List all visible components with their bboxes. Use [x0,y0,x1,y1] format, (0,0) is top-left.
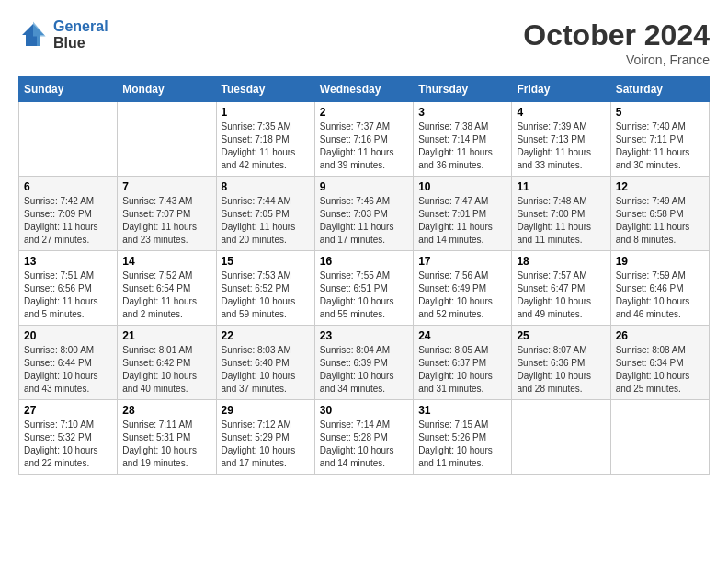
day-number: 17 [418,255,506,268]
day-number: 7 [122,180,210,193]
calendar-cell: 24Sunrise: 8:05 AM Sunset: 6:37 PM Dayli… [414,326,512,400]
calendar-cell: 14Sunrise: 7:52 AM Sunset: 6:54 PM Dayli… [118,251,216,326]
day-number: 30 [320,404,408,417]
day-info: Sunrise: 8:03 AM Sunset: 6:40 PM Dayligh… [222,344,310,396]
calendar-cell: 18Sunrise: 7:57 AM Sunset: 6:47 PM Dayli… [512,251,610,326]
calendar-cell: 10Sunrise: 7:47 AM Sunset: 7:01 PM Dayli… [414,177,512,251]
calendar-cell [19,102,118,177]
day-info: Sunrise: 7:47 AM Sunset: 7:01 PM Dayligh… [418,195,506,247]
calendar-cell: 11Sunrise: 7:48 AM Sunset: 7:00 PM Dayli… [512,177,610,251]
day-number: 16 [320,255,408,268]
day-number: 2 [320,106,408,119]
calendar-cell: 17Sunrise: 7:56 AM Sunset: 6:49 PM Dayli… [414,251,512,326]
weekday-header-tuesday: Tuesday [216,77,314,102]
day-info: Sunrise: 7:15 AM Sunset: 5:26 PM Dayligh… [418,419,506,470]
weekday-header-sunday: Sunday [19,77,118,102]
calendar-cell: 25Sunrise: 8:07 AM Sunset: 6:36 PM Dayli… [512,326,610,400]
day-info: Sunrise: 8:04 AM Sunset: 6:39 PM Dayligh… [320,344,408,396]
day-number: 18 [517,255,605,268]
day-info: Sunrise: 8:00 AM Sunset: 6:44 PM Dayligh… [24,344,112,396]
calendar-cell: 23Sunrise: 8:04 AM Sunset: 6:39 PM Dayli… [314,326,413,400]
day-number: 21 [122,329,210,342]
weekday-header-monday: Monday [118,77,216,102]
page-header: General Blue October 2024 Voiron, France [18,18,710,67]
calendar-cell [610,400,709,475]
day-info: Sunrise: 7:11 AM Sunset: 5:31 PM Dayligh… [122,419,210,470]
weekday-header-wednesday: Wednesday [314,77,413,102]
day-info: Sunrise: 7:14 AM Sunset: 5:28 PM Dayligh… [320,419,408,470]
calendar-cell: 7Sunrise: 7:43 AM Sunset: 7:07 PM Daylig… [118,177,216,251]
calendar-cell: 5Sunrise: 7:40 AM Sunset: 7:11 PM Daylig… [610,102,709,177]
day-number: 20 [24,329,112,342]
calendar-cell: 28Sunrise: 7:11 AM Sunset: 5:31 PM Dayli… [118,400,216,475]
day-number: 15 [222,255,310,268]
title-block: October 2024 Voiron, France [523,18,710,67]
weekday-header-friday: Friday [512,77,610,102]
day-info: Sunrise: 7:56 AM Sunset: 6:49 PM Dayligh… [418,270,506,321]
day-info: Sunrise: 7:46 AM Sunset: 7:03 PM Dayligh… [320,195,408,247]
day-info: Sunrise: 7:51 AM Sunset: 6:56 PM Dayligh… [24,270,112,321]
calendar-cell: 19Sunrise: 7:59 AM Sunset: 6:46 PM Dayli… [610,251,709,326]
calendar-cell: 13Sunrise: 7:51 AM Sunset: 6:56 PM Dayli… [19,251,118,326]
day-info: Sunrise: 7:49 AM Sunset: 6:58 PM Dayligh… [616,195,704,247]
day-number: 13 [24,255,112,268]
calendar-cell: 1Sunrise: 7:35 AM Sunset: 7:18 PM Daylig… [216,102,314,177]
calendar-cell: 12Sunrise: 7:49 AM Sunset: 6:58 PM Dayli… [610,177,709,251]
day-number: 27 [24,404,112,417]
day-number: 10 [418,180,506,193]
day-number: 22 [222,329,310,342]
day-number: 1 [222,106,310,119]
calendar-cell: 15Sunrise: 7:53 AM Sunset: 6:52 PM Dayli… [216,251,314,326]
day-info: Sunrise: 7:44 AM Sunset: 7:05 PM Dayligh… [222,195,310,247]
calendar-cell: 9Sunrise: 7:46 AM Sunset: 7:03 PM Daylig… [314,177,413,251]
calendar-cell: 22Sunrise: 8:03 AM Sunset: 6:40 PM Dayli… [216,326,314,400]
calendar-cell: 27Sunrise: 7:10 AM Sunset: 5:32 PM Dayli… [19,400,118,475]
day-info: Sunrise: 7:53 AM Sunset: 6:52 PM Dayligh… [222,270,310,321]
day-number: 6 [24,180,112,193]
calendar-cell: 8Sunrise: 7:44 AM Sunset: 7:05 PM Daylig… [216,177,314,251]
day-info: Sunrise: 7:55 AM Sunset: 6:51 PM Dayligh… [320,270,408,321]
calendar-cell: 20Sunrise: 8:00 AM Sunset: 6:44 PM Dayli… [19,326,118,400]
day-number: 24 [418,329,506,342]
day-info: Sunrise: 7:10 AM Sunset: 5:32 PM Dayligh… [24,419,112,470]
day-number: 11 [517,180,605,193]
day-info: Sunrise: 7:43 AM Sunset: 7:07 PM Dayligh… [122,195,210,247]
logo-icon [18,20,48,50]
day-info: Sunrise: 7:42 AM Sunset: 7:09 PM Dayligh… [24,195,112,247]
calendar-cell: 2Sunrise: 7:37 AM Sunset: 7:16 PM Daylig… [314,102,413,177]
day-number: 23 [320,329,408,342]
calendar-cell: 21Sunrise: 8:01 AM Sunset: 6:42 PM Dayli… [118,326,216,400]
day-number: 3 [418,106,506,119]
calendar-cell: 26Sunrise: 8:08 AM Sunset: 6:34 PM Dayli… [610,326,709,400]
day-info: Sunrise: 7:57 AM Sunset: 6:47 PM Dayligh… [517,270,605,321]
day-number: 5 [616,106,704,119]
day-info: Sunrise: 7:40 AM Sunset: 7:11 PM Dayligh… [616,121,704,172]
day-number: 8 [222,180,310,193]
day-info: Sunrise: 7:38 AM Sunset: 7:14 PM Dayligh… [418,121,506,172]
day-number: 4 [517,106,605,119]
logo-text: General Blue [53,18,108,52]
calendar-cell [512,400,610,475]
day-info: Sunrise: 7:37 AM Sunset: 7:16 PM Dayligh… [320,121,408,172]
week-row-4: 20Sunrise: 8:00 AM Sunset: 6:44 PM Dayli… [19,326,710,400]
day-number: 25 [517,329,605,342]
day-info: Sunrise: 7:39 AM Sunset: 7:13 PM Dayligh… [517,121,605,172]
day-info: Sunrise: 7:52 AM Sunset: 6:54 PM Dayligh… [122,270,210,321]
day-info: Sunrise: 7:59 AM Sunset: 6:46 PM Dayligh… [616,270,704,321]
day-number: 12 [616,180,704,193]
calendar-cell: 6Sunrise: 7:42 AM Sunset: 7:09 PM Daylig… [19,177,118,251]
day-info: Sunrise: 8:05 AM Sunset: 6:37 PM Dayligh… [418,344,506,396]
week-row-1: 1Sunrise: 7:35 AM Sunset: 7:18 PM Daylig… [19,102,710,177]
week-row-3: 13Sunrise: 7:51 AM Sunset: 6:56 PM Dayli… [19,251,710,326]
calendar-table: SundayMondayTuesdayWednesdayThursdayFrid… [18,76,710,475]
day-info: Sunrise: 7:48 AM Sunset: 7:00 PM Dayligh… [517,195,605,247]
month-title: October 2024 [523,18,710,52]
day-info: Sunrise: 7:35 AM Sunset: 7:18 PM Dayligh… [222,121,310,172]
calendar-cell: 4Sunrise: 7:39 AM Sunset: 7:13 PM Daylig… [512,102,610,177]
weekday-header-thursday: Thursday [414,77,512,102]
logo: General Blue [18,18,108,52]
day-info: Sunrise: 8:01 AM Sunset: 6:42 PM Dayligh… [122,344,210,396]
day-info: Sunrise: 8:08 AM Sunset: 6:34 PM Dayligh… [616,344,704,396]
day-number: 14 [122,255,210,268]
day-number: 9 [320,180,408,193]
